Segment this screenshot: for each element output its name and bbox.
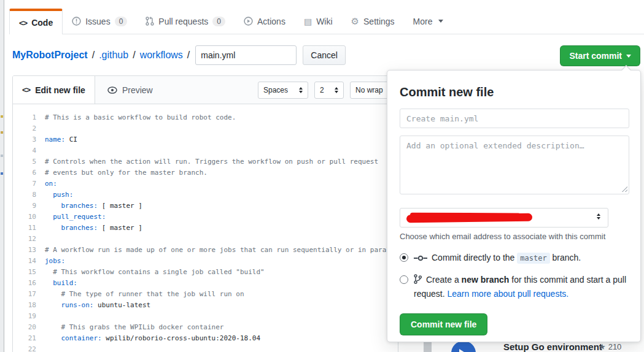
indent-mode-select[interactable]: Spaces	[258, 82, 308, 99]
select-caret-icon	[597, 213, 600, 220]
actions-icon	[244, 17, 253, 26]
setup-go-logo-icon	[451, 341, 476, 352]
branch-name-badge: master	[517, 253, 549, 264]
code-line: 17 # The type of runner that the job wil…	[13, 289, 398, 300]
tab-wiki[interactable]: ▤ Wiki	[295, 9, 342, 34]
breadcrumb: MyRobotProject / .github / workflows / C…	[12, 44, 346, 66]
redacted-email	[406, 213, 532, 223]
code-line: 13# A workflow run is made up of one or …	[13, 245, 398, 256]
wiki-icon: ▤	[304, 17, 312, 26]
breadcrumb-dir-workflows[interactable]: workflows	[140, 50, 183, 61]
code-text: push:	[36, 189, 73, 201]
line-number: 18	[13, 300, 36, 311]
line-number: 8	[13, 189, 36, 201]
new-branch-radio[interactable]	[400, 275, 408, 284]
line-number: 13	[13, 245, 36, 256]
code-text: # Controls when the action will run. Tri…	[36, 156, 378, 167]
tab-preview[interactable]: Preview	[98, 76, 162, 104]
code-text	[36, 311, 45, 322]
direct-option-text: Commit directly to the	[432, 253, 517, 262]
line-number: 9	[13, 201, 36, 212]
code-text: name: CI	[36, 134, 77, 145]
commit-email-select[interactable]	[400, 208, 608, 228]
commit-description-textarea[interactable]	[400, 136, 629, 194]
preview-tab-label: Preview	[122, 85, 153, 95]
background-window-sliver	[0, 0, 4, 352]
code-text: jobs:	[36, 256, 65, 267]
direct-option-text: branch.	[550, 253, 581, 262]
marketplace-action-stars: ★210	[599, 342, 621, 351]
tab-issues[interactable]: Issues 0	[63, 9, 136, 34]
commit-new-file-button[interactable]: Commit new file	[400, 313, 487, 335]
code-editor-lines[interactable]: 1# This is a basic workflow to build rob…	[13, 104, 398, 352]
tab-label: Issues	[85, 17, 110, 26]
line-number: 16	[13, 278, 36, 289]
line-number: 6	[13, 167, 36, 178]
file-editor: <> Edit new file Preview Spaces 2 No wra…	[12, 75, 398, 352]
line-number: 10	[13, 212, 36, 223]
tab-label: More	[413, 17, 433, 26]
line-number: 12	[13, 234, 36, 245]
code-text	[36, 145, 45, 156]
indent-mode-value: Spaces	[263, 86, 288, 94]
editor-header: <> Edit new file Preview Spaces 2 No wra…	[13, 76, 398, 104]
commit-dialog: Commit new file Choose which email addre…	[387, 70, 641, 342]
tab-label: Pull requests	[158, 17, 208, 26]
indent-size-value: 2	[320, 86, 324, 94]
sliver-fleck	[1, 172, 3, 175]
breadcrumb-repo-link[interactable]: MyRobotProject	[12, 50, 88, 61]
sidebar-scrollbar[interactable]	[424, 341, 432, 352]
tab-code[interactable]: <> Code	[9, 9, 63, 34]
tab-more[interactable]: More	[404, 9, 452, 34]
pull-requests-learn-more-link[interactable]: Learn more about pull requests.	[447, 289, 568, 299]
dropdown-caret-icon	[626, 55, 631, 58]
code-text: build:	[36, 278, 77, 289]
tab-pull-requests[interactable]: Pull requests 0	[136, 9, 235, 34]
filename-input[interactable]	[195, 45, 297, 65]
line-number: 7	[13, 178, 36, 189]
chevron-down-icon	[438, 20, 443, 23]
new-branch-option: Create a new branch for this commit and …	[400, 274, 628, 300]
marketplace-action-name[interactable]: Setup Go environment	[503, 342, 602, 352]
line-number: 11	[13, 223, 36, 234]
code-line: 4	[13, 145, 398, 156]
code-text: # This workflow contains a single job ca…	[36, 267, 265, 278]
dialog-title: Commit new file	[400, 85, 628, 99]
code-line: 11 branches: [ master ]	[13, 223, 398, 234]
line-number: 5	[13, 156, 36, 167]
popover-caret	[621, 65, 632, 71]
pull-request-icon	[145, 17, 154, 26]
pr-count-badge: 0	[212, 17, 225, 26]
select-caret-icon	[299, 87, 303, 93]
breadcrumb-separator: /	[133, 50, 135, 61]
commit-direct-option: Commit directly to the master branch.	[400, 251, 628, 266]
start-commit-button[interactable]: Start commit	[560, 45, 640, 66]
breadcrumb-dir-github[interactable]: .github	[99, 50, 128, 61]
tab-actions[interactable]: Actions	[235, 9, 295, 34]
code-line: 6# events but only for the master branch…	[13, 167, 398, 178]
tab-settings[interactable]: ⚙ Settings	[342, 9, 404, 34]
code-text: # A workflow run is made up of one or mo…	[36, 245, 398, 256]
gear-icon: ⚙	[351, 16, 359, 27]
cancel-button[interactable]: Cancel	[303, 45, 346, 65]
line-number: 17	[13, 289, 36, 300]
code-line: 10 pull_request:	[13, 212, 398, 223]
tab-edit-new-file[interactable]: <> Edit new file	[13, 76, 95, 104]
branch-icon	[414, 274, 422, 288]
tab-label: Code	[31, 18, 53, 28]
code-text: on:	[36, 178, 57, 189]
star-count: 210	[608, 342, 622, 351]
indent-size-select[interactable]: 2	[314, 82, 344, 99]
tab-label: Wiki	[316, 17, 332, 26]
start-commit-label: Start commit	[569, 51, 622, 61]
line-number: 19	[13, 311, 36, 322]
code-line: 8 push:	[13, 189, 398, 201]
line-number: 22	[13, 344, 36, 352]
star-icon: ★	[599, 342, 606, 351]
commit-summary-input[interactable]	[400, 109, 629, 128]
code-line: 18 runs-on: ubuntu-latest	[13, 300, 398, 311]
commit-direct-radio[interactable]	[400, 253, 408, 262]
code-text: pull_request:	[36, 212, 106, 223]
code-text: # This grabs the WPILib docker container	[36, 322, 223, 333]
code-line: 22	[13, 344, 398, 352]
